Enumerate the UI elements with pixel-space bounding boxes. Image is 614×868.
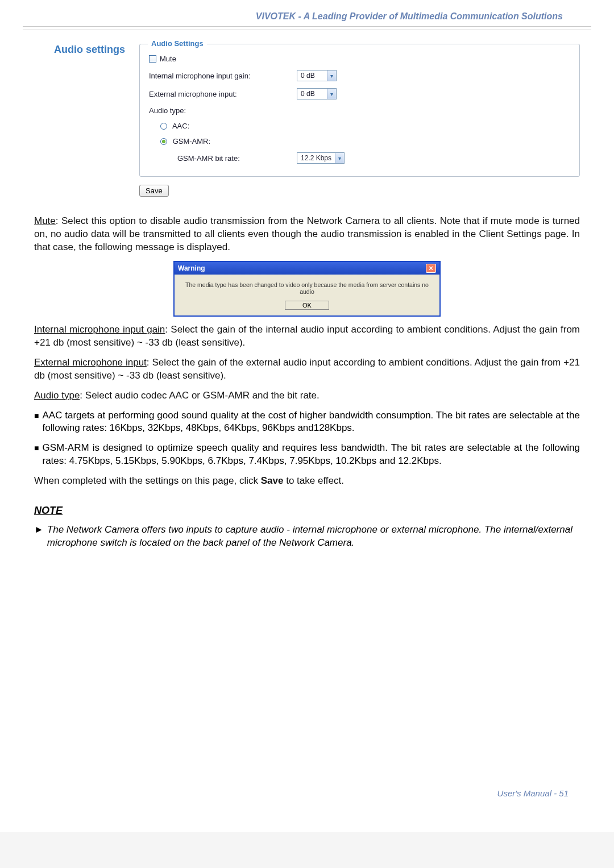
- page-footer: User's Manual - 51: [0, 788, 614, 832]
- audio-type-description: Audio type: Select audio codec AAC or GS…: [34, 389, 580, 402]
- square-bullet-icon: ■: [34, 442, 39, 468]
- chevron-down-icon: ▾: [327, 70, 336, 81]
- aac-label: AAC:: [172, 122, 189, 130]
- external-mic-select[interactable]: 0 dB ▾: [297, 88, 337, 99]
- warning-title: Warning: [178, 264, 205, 272]
- gsm-bitrate-select[interactable]: 12.2 Kbps ▾: [297, 152, 345, 164]
- section-title: Audio settings: [54, 44, 139, 56]
- mute-checkbox[interactable]: [149, 55, 156, 63]
- bullet-gsm: ■ GSM-ARM is designed to optimize speech…: [34, 442, 580, 468]
- select-value: 12.2 Kbps: [297, 154, 335, 162]
- gsm-label: GSM-AMR:: [173, 137, 210, 146]
- internal-mic-description: Internal microphone input gain: Select t…: [34, 323, 580, 350]
- gsm-bitrate-label: GSM-AMR bit rate:: [149, 154, 297, 163]
- audio-type-label: Audio type:: [149, 106, 297, 115]
- arrow-icon: ►: [34, 524, 44, 550]
- aac-radio[interactable]: [160, 123, 167, 130]
- gsm-radio[interactable]: [160, 138, 167, 145]
- chevron-down-icon: ▾: [335, 153, 344, 163]
- internal-mic-select[interactable]: 0 dB ▾: [297, 70, 337, 81]
- note-item: ► The Network Camera offers two inputs t…: [34, 524, 580, 550]
- external-mic-label: External microphone input:: [149, 90, 297, 98]
- mute-label: Mute: [160, 55, 176, 63]
- page-header: VIVOTEK - A Leading Provider of Multimed…: [23, 11, 591, 22]
- panel-legend: Audio Settings: [148, 39, 207, 48]
- note-heading: NOTE: [34, 505, 580, 517]
- mute-description: Mute: Select this option to disable audi…: [34, 215, 580, 254]
- close-icon[interactable]: ×: [426, 264, 436, 273]
- audio-settings-panel: Audio Settings Mute Internal microphone …: [139, 44, 580, 177]
- square-bullet-icon: ■: [34, 409, 39, 435]
- warning-message: The media type has been changed to video…: [180, 279, 434, 301]
- divider: [23, 26, 591, 27]
- select-value: 0 dB: [297, 90, 327, 98]
- ok-button[interactable]: OK: [285, 301, 329, 310]
- internal-mic-label: Internal microphone input gain:: [149, 72, 297, 80]
- bullet-aac: ■ AAC targets at performing good sound q…: [34, 409, 580, 435]
- select-value: 0 dB: [297, 72, 327, 80]
- save-button[interactable]: Save: [139, 185, 169, 197]
- warning-dialog: Warning × The media type has been change…: [173, 261, 441, 317]
- chevron-down-icon: ▾: [327, 89, 336, 99]
- divider: [23, 29, 591, 30]
- external-mic-description: External microphone input: Select the ga…: [34, 356, 580, 383]
- save-instruction: When completed with the settings on this…: [34, 475, 580, 488]
